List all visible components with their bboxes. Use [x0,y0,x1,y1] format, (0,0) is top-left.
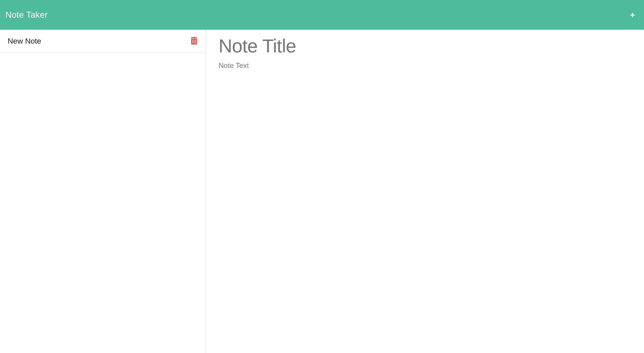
add-note-button[interactable] [626,10,638,20]
notes-sidebar: New Note [0,30,206,353]
plus-icon [629,10,636,20]
note-text-input[interactable] [218,59,632,350]
main-container: New Note [0,30,644,353]
note-editor [206,30,644,353]
delete-note-button[interactable] [190,36,198,46]
note-title-input[interactable] [218,33,632,59]
note-list-item-title: New Note [8,37,41,46]
note-list-item[interactable]: New Note [0,30,206,53]
app-header: Note Taker [0,0,644,30]
trash-icon [191,37,198,45]
app-title: Note Taker [6,10,48,20]
